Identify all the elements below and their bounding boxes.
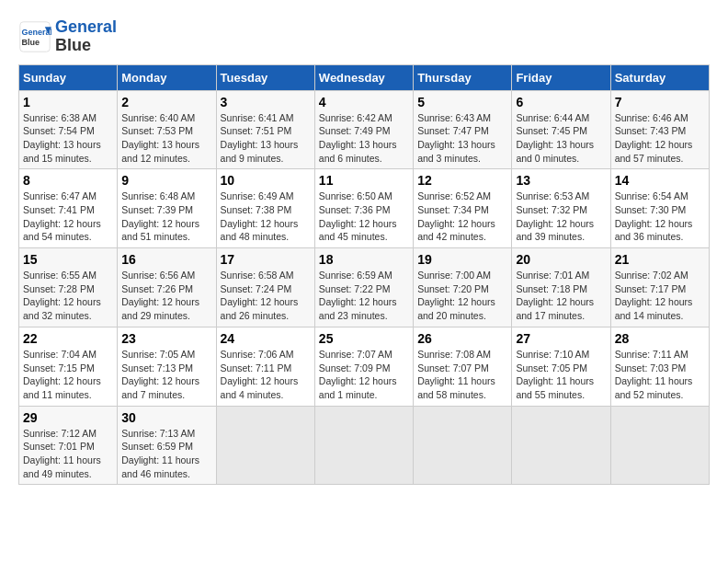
day-info: Sunrise: 6:58 AMSunset: 7:24 PMDaylight:… [221,269,311,323]
day-info: Sunrise: 7:06 AMSunset: 7:11 PMDaylight:… [221,348,311,402]
calendar-cell: 18Sunrise: 6:59 AMSunset: 7:22 PMDayligh… [314,248,413,327]
day-info: Sunrise: 7:02 AMSunset: 7:17 PMDaylight:… [615,269,705,323]
day-number: 30 [121,410,211,425]
day-number: 27 [516,331,606,346]
day-number: 11 [319,173,409,188]
calendar-cell: 24Sunrise: 7:06 AMSunset: 7:11 PMDayligh… [216,327,314,406]
logo: General Blue GeneralBlue [18,18,117,55]
logo-text: GeneralBlue [55,18,117,55]
calendar-cell: 19Sunrise: 7:00 AMSunset: 7:20 PMDayligh… [414,248,512,327]
calendar-cell: 28Sunrise: 7:11 AMSunset: 7:03 PMDayligh… [610,327,709,406]
calendar-cell: 16Sunrise: 6:56 AMSunset: 7:26 PMDayligh… [118,248,216,327]
day-info: Sunrise: 6:44 AMSunset: 7:45 PMDaylight:… [516,111,606,166]
day-number: 1 [23,95,113,109]
calendar-week-4: 22Sunrise: 7:04 AMSunset: 7:15 PMDayligh… [19,327,710,406]
calendar-cell: 30Sunrise: 7:13 AMSunset: 6:59 PMDayligh… [118,406,216,485]
day-number: 14 [615,173,705,188]
day-number: 8 [23,173,113,188]
header-tuesday: Tuesday [216,64,314,90]
calendar-cell: 1Sunrise: 6:38 AMSunset: 7:54 PMDaylight… [19,90,118,169]
day-number: 15 [23,252,113,267]
calendar-cell: 7Sunrise: 6:46 AMSunset: 7:43 PMDaylight… [610,90,709,169]
day-number: 23 [121,331,211,346]
calendar-table: SundayMondayTuesdayWednesdayThursdayFrid… [18,64,710,486]
calendar-cell: 11Sunrise: 6:50 AMSunset: 7:36 PMDayligh… [314,169,413,248]
header-sunday: Sunday [19,64,118,90]
header-monday: Monday [118,64,216,90]
day-info: Sunrise: 6:55 AMSunset: 7:28 PMDaylight:… [23,269,113,323]
calendar-cell: 10Sunrise: 6:49 AMSunset: 7:38 PMDayligh… [216,169,314,248]
calendar-cell: 21Sunrise: 7:02 AMSunset: 7:17 PMDayligh… [610,248,709,327]
calendar-cell: 20Sunrise: 7:01 AMSunset: 7:18 PMDayligh… [512,248,610,327]
calendar-cell: 27Sunrise: 7:10 AMSunset: 7:05 PMDayligh… [512,327,610,406]
page-header: General Blue GeneralBlue [18,18,710,55]
day-number: 13 [516,173,606,188]
day-number: 5 [417,95,507,109]
header-wednesday: Wednesday [314,64,413,90]
day-number: 22 [23,331,113,346]
calendar-cell: 25Sunrise: 7:07 AMSunset: 7:09 PMDayligh… [314,327,413,406]
day-info: Sunrise: 6:38 AMSunset: 7:54 PMDaylight:… [23,111,113,166]
svg-text:Blue: Blue [22,38,40,47]
day-info: Sunrise: 6:46 AMSunset: 7:43 PMDaylight:… [615,111,705,166]
day-info: Sunrise: 6:41 AMSunset: 7:51 PMDaylight:… [221,111,311,166]
day-info: Sunrise: 7:11 AMSunset: 7:03 PMDaylight:… [615,348,705,402]
day-number: 6 [516,95,606,109]
day-number: 3 [221,95,311,109]
day-number: 25 [319,331,409,346]
day-info: Sunrise: 7:13 AMSunset: 6:59 PMDaylight:… [121,427,211,481]
calendar-cell: 17Sunrise: 6:58 AMSunset: 7:24 PMDayligh… [216,248,314,327]
day-number: 9 [121,173,211,188]
day-number: 10 [221,173,311,188]
header-saturday: Saturday [610,64,709,90]
calendar-cell: 15Sunrise: 6:55 AMSunset: 7:28 PMDayligh… [19,248,118,327]
day-info: Sunrise: 7:04 AMSunset: 7:15 PMDaylight:… [23,348,113,402]
calendar-cell: 12Sunrise: 6:52 AMSunset: 7:34 PMDayligh… [414,169,512,248]
calendar-cell: 6Sunrise: 6:44 AMSunset: 7:45 PMDaylight… [512,90,610,169]
day-info: Sunrise: 7:10 AMSunset: 7:05 PMDaylight:… [516,348,606,402]
day-info: Sunrise: 6:56 AMSunset: 7:26 PMDaylight:… [121,269,211,323]
day-info: Sunrise: 7:00 AMSunset: 7:20 PMDaylight:… [417,269,507,323]
calendar-cell [512,406,610,485]
day-info: Sunrise: 6:59 AMSunset: 7:22 PMDaylight:… [319,269,409,323]
day-info: Sunrise: 7:07 AMSunset: 7:09 PMDaylight:… [319,348,409,402]
calendar-cell [414,406,512,485]
day-number: 29 [23,410,113,425]
calendar-cell: 3Sunrise: 6:41 AMSunset: 7:51 PMDaylight… [216,90,314,169]
day-info: Sunrise: 6:54 AMSunset: 7:30 PMDaylight:… [615,190,705,244]
calendar-cell: 22Sunrise: 7:04 AMSunset: 7:15 PMDayligh… [19,327,118,406]
day-number: 12 [417,173,507,188]
day-info: Sunrise: 6:52 AMSunset: 7:34 PMDaylight:… [417,190,507,244]
day-info: Sunrise: 6:48 AMSunset: 7:39 PMDaylight:… [121,190,211,244]
day-number: 17 [221,252,311,267]
calendar-cell: 4Sunrise: 6:42 AMSunset: 7:49 PMDaylight… [314,90,413,169]
day-info: Sunrise: 7:01 AMSunset: 7:18 PMDaylight:… [516,269,606,323]
calendar-week-3: 15Sunrise: 6:55 AMSunset: 7:28 PMDayligh… [19,248,710,327]
logo-icon: General Blue [18,20,51,53]
day-number: 19 [417,252,507,267]
calendar-cell: 5Sunrise: 6:43 AMSunset: 7:47 PMDaylight… [414,90,512,169]
calendar-week-1: 1Sunrise: 6:38 AMSunset: 7:54 PMDaylight… [19,90,710,169]
day-number: 2 [121,95,211,109]
calendar-cell: 8Sunrise: 6:47 AMSunset: 7:41 PMDaylight… [19,169,118,248]
day-info: Sunrise: 6:50 AMSunset: 7:36 PMDaylight:… [319,190,409,244]
calendar-body: 1Sunrise: 6:38 AMSunset: 7:54 PMDaylight… [19,90,710,485]
day-info: Sunrise: 6:43 AMSunset: 7:47 PMDaylight:… [417,111,507,166]
day-info: Sunrise: 7:05 AMSunset: 7:13 PMDaylight:… [121,348,211,402]
day-number: 4 [319,95,409,109]
day-info: Sunrise: 6:53 AMSunset: 7:32 PMDaylight:… [516,190,606,244]
day-number: 7 [615,95,705,109]
calendar-week-5: 29Sunrise: 7:12 AMSunset: 7:01 PMDayligh… [19,406,710,485]
calendar-cell: 23Sunrise: 7:05 AMSunset: 7:13 PMDayligh… [118,327,216,406]
day-info: Sunrise: 6:47 AMSunset: 7:41 PMDaylight:… [23,190,113,244]
calendar-cell [610,406,709,485]
day-number: 16 [121,252,211,267]
calendar-cell: 13Sunrise: 6:53 AMSunset: 7:32 PMDayligh… [512,169,610,248]
calendar-cell: 14Sunrise: 6:54 AMSunset: 7:30 PMDayligh… [610,169,709,248]
calendar-cell: 2Sunrise: 6:40 AMSunset: 7:53 PMDaylight… [118,90,216,169]
day-number: 28 [615,331,705,346]
calendar-cell [314,406,413,485]
calendar-cell: 29Sunrise: 7:12 AMSunset: 7:01 PMDayligh… [19,406,118,485]
calendar-header-row: SundayMondayTuesdayWednesdayThursdayFrid… [19,64,710,90]
day-info: Sunrise: 6:40 AMSunset: 7:53 PMDaylight:… [121,111,211,166]
